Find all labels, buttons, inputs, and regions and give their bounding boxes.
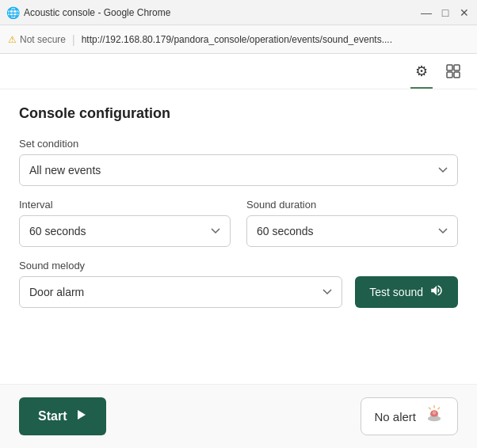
set-condition-group: Set condition All new events Critical ev… [19,138,458,186]
no-alert-label: No alert [374,410,416,423]
chrome-icon: 🌐 [6,6,19,19]
warning-icon: ⚠ [8,34,17,45]
grid-icon[interactable] [442,60,464,82]
svg-rect-3 [454,72,460,78]
interval-select[interactable]: 60 seconds 30 seconds 10 seconds [19,215,231,247]
set-condition-select[interactable]: All new events Critical events Warning e… [19,154,458,186]
separator: | [72,33,75,46]
address-url[interactable]: http://192.168.80.179/pandora_console/op… [82,34,469,45]
set-condition-label: Set condition [19,138,458,150]
interval-duration-row: Interval 60 seconds 30 seconds 10 second… [19,199,458,247]
volume-icon [429,283,444,301]
svg-rect-0 [447,65,452,70]
minimize-button[interactable]: — [420,6,433,19]
svg-line-11 [429,408,431,409]
sound-duration-col: Sound duration 60 seconds 30 seconds 10 … [246,199,458,247]
form-area: Console configuration Set condition All … [0,89,477,384]
svg-line-10 [438,408,440,409]
svg-rect-1 [454,65,460,70]
main-content: ⚙ Console configuration Set condition Al… [0,54,477,448]
not-secure-label: Not secure [20,34,66,45]
close-button[interactable]: ✕ [458,6,471,19]
test-sound-button[interactable]: Test sound [355,276,458,308]
address-bar: ⚠ Not secure | http://192.168.80.179/pan… [0,25,477,54]
sound-melody-group: Sound melody Door alarm Alert Bell Test … [19,260,458,308]
start-label: Start [38,409,67,423]
page-title: Console configuration [19,105,458,122]
window-title: Acoustic console - Google Chrome [24,7,420,18]
window-controls: — □ ✕ [420,6,471,19]
start-button[interactable]: Start [19,397,106,435]
sound-melody-select[interactable]: Door alarm Alert Bell [19,276,342,308]
svg-marker-4 [78,410,86,420]
test-sound-label: Test sound [369,286,423,298]
sound-duration-label: Sound duration [246,199,458,211]
maximize-button[interactable]: □ [439,6,452,19]
sound-duration-select[interactable]: 60 seconds 30 seconds 10 seconds [246,215,458,247]
no-alert-button[interactable]: No alert [361,397,458,435]
settings-icon[interactable]: ⚙ [410,60,433,82]
interval-label: Interval [19,199,231,211]
siren-icon [424,404,445,429]
security-indicator: ⚠ Not secure [8,34,66,45]
sound-melody-label: Sound melody [19,260,458,271]
action-bar: Start No alert [0,384,477,448]
melody-row: Door alarm Alert Bell Test sound [19,276,458,308]
interval-col: Interval 60 seconds 30 seconds 10 second… [19,199,231,247]
toolbar: ⚙ [0,54,477,89]
svg-rect-2 [447,72,452,78]
svg-point-8 [433,411,437,415]
play-icon [74,408,87,424]
title-bar: 🌐 Acoustic console - Google Chrome — □ ✕ [0,0,477,25]
melody-select-wrap: Door alarm Alert Bell [19,276,342,308]
